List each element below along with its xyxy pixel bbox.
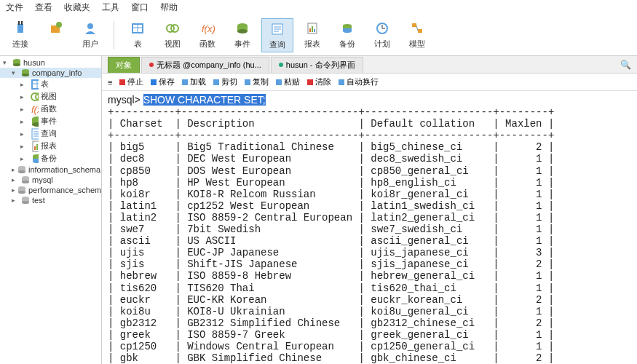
svg-rect-22: [314, 29, 315, 32]
square-icon: [151, 79, 157, 85]
menu-帮助[interactable]: 帮助: [160, 1, 178, 14]
tree-报表[interactable]: ▸报表: [0, 140, 101, 152]
tool-user[interactable]: 用户: [74, 18, 106, 52]
svg-point-68: [18, 191, 25, 194]
square-icon: [119, 79, 125, 85]
tree-视图[interactable]: ▸视图: [0, 90, 101, 103]
tool-view[interactable]: 视图: [157, 18, 189, 52]
expand-icon[interactable]: ▸: [20, 155, 28, 162]
expand-icon[interactable]: ▸: [20, 106, 28, 113]
db-off-icon: [21, 196, 30, 205]
menu-查看[interactable]: 查看: [35, 1, 52, 14]
event-icon: [30, 117, 39, 126]
tree-查询[interactable]: ▸查询: [0, 127, 101, 140]
sql-console[interactable]: mysql> SHOW CHARACTER SET; +----------+-…: [102, 91, 637, 364]
menu-icon[interactable]: ≡: [108, 78, 112, 87]
expand-icon[interactable]: ▸: [20, 130, 28, 138]
view-icon: [30, 92, 39, 101]
tool-newconn[interactable]: [39, 18, 71, 52]
btn-复制[interactable]: 复制: [245, 76, 269, 87]
expand-icon[interactable]: ▾: [3, 59, 10, 66]
view-icon: [164, 20, 181, 37]
svg-rect-57: [33, 156, 39, 159]
menu-窗口[interactable]: 窗口: [131, 1, 149, 14]
tool-backup[interactable]: 备份: [331, 18, 363, 52]
report-icon: [304, 20, 321, 37]
sub-toolbar: ≡停止保存加载剪切复制粘贴清除自动换行: [102, 74, 637, 91]
svg-rect-20: [309, 28, 311, 32]
square-icon: [307, 79, 313, 85]
report-icon: [30, 142, 39, 151]
table-icon: [30, 80, 39, 89]
tree-performance_schema[interactable]: ▸performance_schema: [0, 185, 101, 195]
svg-text:f(x): f(x): [202, 23, 215, 34]
tree-mysql[interactable]: ▸mysql: [0, 175, 101, 185]
tree-information_schema[interactable]: ▸information_schema: [0, 165, 101, 175]
tool-fx[interactable]: f(x)函数: [191, 18, 223, 52]
expand-icon[interactable]: ▸: [20, 81, 28, 88]
menu-收藏夹[interactable]: 收藏夹: [64, 1, 90, 14]
svg-rect-24: [343, 25, 352, 28]
svg-rect-21: [312, 26, 313, 32]
db-off-icon: [17, 186, 26, 194]
menu-文件[interactable]: 文件: [6, 1, 23, 14]
tool-plug[interactable]: 连接: [4, 18, 36, 52]
tool-schedule[interactable]: 计划: [366, 18, 398, 52]
tree-company_info[interactable]: ▾company_info: [0, 68, 101, 78]
tree-test[interactable]: ▸test: [0, 195, 101, 205]
search-icon[interactable]: 🔍: [620, 60, 631, 70]
event-icon: [234, 20, 251, 37]
svg-rect-1: [18, 21, 20, 25]
svg-rect-0: [17, 24, 23, 33]
btn-自动换行[interactable]: 自动换行: [339, 76, 379, 87]
plug-icon: [12, 20, 29, 37]
tool-model[interactable]: 模型: [401, 18, 433, 52]
query-icon: [269, 20, 286, 38]
menu-工具[interactable]: 工具: [102, 1, 119, 14]
schedule-icon: [373, 20, 391, 37]
expand-icon[interactable]: ▸: [12, 186, 15, 194]
btn-清除[interactable]: 清除: [307, 76, 331, 87]
tool-table[interactable]: 表: [122, 18, 154, 52]
square-icon: [339, 79, 344, 85]
svg-rect-2: [21, 21, 23, 25]
svg-point-35: [13, 63, 20, 66]
square-icon: [213, 79, 219, 85]
expand-icon[interactable]: ▸: [20, 118, 28, 125]
tree-表[interactable]: ▸表: [0, 78, 101, 90]
svg-rect-26: [343, 28, 352, 31]
tree-husun[interactable]: ▾husun: [0, 58, 101, 68]
btn-粘贴[interactable]: 粘贴: [276, 76, 300, 87]
tab-husun - 命令列界面[interactable]: husun - 命令列界面: [271, 57, 363, 73]
tab-对象[interactable]: 对象: [108, 57, 140, 73]
btn-剪切[interactable]: 剪切: [213, 76, 237, 87]
tree-函数[interactable]: ▸f(x)函数: [0, 103, 101, 115]
editor-tabs: 对象无标题 @company_info (hu...husun - 命令列界面🔍: [102, 56, 637, 74]
svg-rect-53: [34, 146, 36, 150]
expand-icon[interactable]: ▾: [12, 69, 19, 76]
btn-加载[interactable]: 加载: [182, 76, 206, 87]
expand-icon[interactable]: ▸: [12, 166, 15, 173]
svg-rect-30: [412, 23, 416, 27]
expand-icon[interactable]: ▸: [20, 143, 28, 150]
square-icon: [276, 79, 282, 85]
svg-line-32: [416, 25, 418, 31]
btn-停止[interactable]: 停止: [119, 76, 143, 87]
expand-icon[interactable]: ▸: [12, 197, 19, 204]
status-dot-icon: [149, 63, 154, 67]
tool-event[interactable]: 事件: [226, 18, 258, 52]
tool-report[interactable]: 报表: [296, 18, 328, 52]
backup-icon: [339, 20, 356, 37]
tool-query[interactable]: 查询: [261, 18, 293, 52]
svg-point-62: [18, 170, 25, 173]
tree-事件[interactable]: ▸事件: [0, 115, 101, 127]
tree-备份[interactable]: ▸备份: [0, 152, 101, 165]
db-off-icon: [21, 175, 30, 184]
tab-无标题 @company_info (hu...[interactable]: 无标题 @company_info (hu...: [141, 57, 269, 73]
svg-point-38: [22, 74, 29, 76]
btn-保存[interactable]: 保存: [151, 76, 175, 87]
expand-icon[interactable]: ▸: [20, 93, 28, 100]
expand-icon[interactable]: ▸: [12, 176, 19, 183]
prompt: mysql>: [108, 94, 143, 106]
model-icon: [408, 20, 426, 37]
